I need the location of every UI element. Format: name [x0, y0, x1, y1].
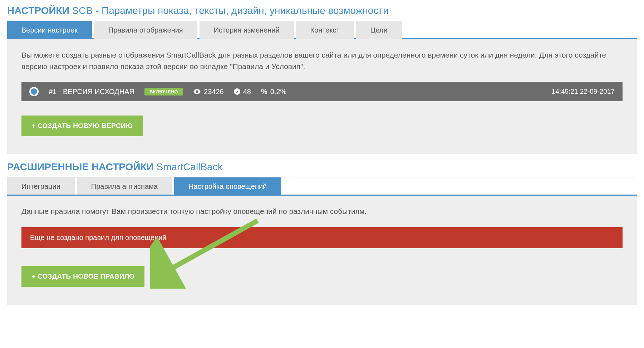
- settings-panel: Вы можете создать разные отображения Sma…: [7, 38, 637, 154]
- version-row[interactable]: #1 - ВЕРСИЯ ИСХОДНАЯ ВКЛЮЧЕНО 23426 48 %…: [21, 82, 623, 101]
- percent-icon: %: [261, 88, 267, 96]
- tab-settings-versions[interactable]: Версии настроек: [7, 21, 92, 39]
- version-radio-icon[interactable]: [29, 87, 39, 96]
- stat-views: 23426: [193, 88, 224, 96]
- create-rule-button[interactable]: + СОЗДАТЬ НОВОЕ ПРАВИЛО: [21, 266, 144, 287]
- tab-integrations[interactable]: Интеграции: [7, 177, 75, 196]
- settings-tabs: Версии настроек Правила отображения Исто…: [7, 21, 637, 39]
- svg-point-0: [234, 88, 240, 95]
- eye-icon: [193, 89, 201, 94]
- advanced-section-title: РАСШИРЕННЫЕ НАСТРОЙКИ SmartCallBack: [7, 156, 637, 177]
- tab-context[interactable]: Контекст: [296, 21, 354, 39]
- stat-percent: % 0.2%: [261, 88, 286, 96]
- create-version-button[interactable]: + СОЗДАТЬ НОВУЮ ВЕРСИЮ: [21, 116, 143, 136]
- advanced-title-thin: SmartCallBack: [156, 161, 222, 172]
- advanced-panel: Данные правила помогут Вам произвести то…: [7, 195, 637, 305]
- advanced-tabs: Интеграции Правила антиспама Настройка о…: [7, 177, 637, 196]
- no-rules-alert: Еще не создано правил для оповещений: [21, 227, 623, 248]
- settings-title-thin: SCB - Параметры показа, тексты, дизайн, …: [72, 5, 389, 16]
- stat-successes: 48: [234, 88, 251, 96]
- advanced-intro: Данные правила помогут Вам произвести то…: [21, 206, 623, 217]
- settings-title-strong: НАСТРОЙКИ: [7, 5, 69, 16]
- tab-goals[interactable]: Цели: [356, 21, 402, 39]
- advanced-title-strong: РАСШИРЕННЫЕ НАСТРОЙКИ: [7, 161, 154, 172]
- tab-antispam-rules[interactable]: Правила антиспама: [77, 177, 172, 196]
- settings-intro: Вы можете создать разные отображения Sma…: [21, 49, 623, 72]
- tab-change-history[interactable]: История изменений: [200, 21, 294, 39]
- version-name: #1 - ВЕРСИЯ ИСХОДНАЯ: [49, 88, 134, 96]
- settings-section-title: НАСТРОЙКИ SCB - Параметры показа, тексты…: [7, 0, 637, 21]
- tab-display-rules[interactable]: Правила отображения: [94, 21, 197, 39]
- check-circle-icon: [234, 88, 240, 95]
- tab-notification-settings[interactable]: Настройка оповещений: [174, 177, 281, 196]
- version-timestamp: 14:45:21 22-09-2017: [552, 88, 615, 95]
- status-badge: ВКЛЮЧЕНО: [144, 88, 183, 95]
